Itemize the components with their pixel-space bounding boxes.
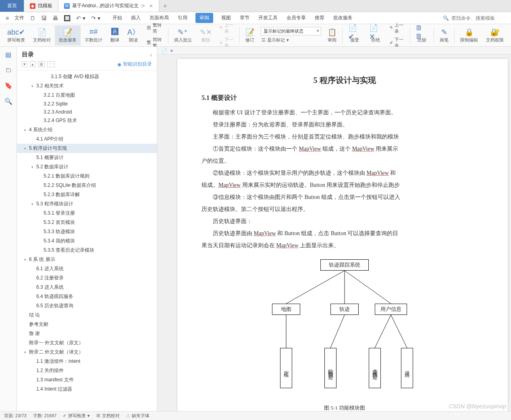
menu-tab-8[interactable]: 会员专享 [286,13,307,23]
prev-revision-button[interactable]: ↰上一条 [388,21,406,35]
prev-comment-button[interactable]: ↰上一条 [218,21,236,35]
toc-item[interactable]: 5.1 概要设计 [17,153,157,162]
delete-button[interactable]: ✎✕删除 [196,25,216,46]
toc-item[interactable]: 1.3 manifest 文件 [17,375,157,385]
ribbon-bookmark-icon[interactable]: 🔖 [4,82,12,89]
review-panel-button[interactable]: 📋审阅 [324,25,341,46]
toc-close-icon[interactable]: ‹ [150,51,152,58]
toc-smart-button[interactable]: ◉智能识别目录 [117,61,152,68]
reject-button[interactable]: 📄✕拒绝 [365,25,386,46]
toc-item[interactable]: 3.2.3 Android [17,108,157,116]
hamburger-icon[interactable]: ≡ [3,13,11,23]
toc-more-button[interactable]: ⋯ [47,61,55,67]
toc-item[interactable]: 1.1 激活组件：intent [17,357,157,366]
toc-item[interactable]: 6.2 注册登录 [17,273,157,283]
insert-comment-button[interactable]: ✎⁺插入批注 [170,25,196,46]
search-input[interactable] [451,15,508,21]
redo-icon[interactable]: ↷ ▾ [89,13,103,23]
show-marks-button[interactable]: ☰显示标记 ▾ [261,36,321,44]
revise-button[interactable]: 📝修订 [241,25,258,46]
command-search[interactable]: 🔍 [443,15,508,21]
toc-item[interactable]: 6.4 轨迹跟踪服务 [17,292,157,301]
menu-tab-4[interactable]: 审阅 [195,13,213,23]
doccheck-button[interactable]: 📄文档校对 [29,25,55,46]
translate-button[interactable]: 🅰翻译 [106,25,123,46]
read-button[interactable]: A》朗读 [123,25,143,46]
toc-item[interactable]: ▾5.2 数据库设计 [17,162,157,172]
missing-font-status[interactable]: ⚠缺失字体 [126,413,150,419]
toc-item[interactable]: 附录一 外文文献（原文） [17,338,157,348]
menu-tab-1[interactable]: 插入 [130,13,141,23]
toc-item[interactable]: ▾附录二 外文文献（译文） [17,348,157,357]
compare-button[interactable]: 🗎🗎比较 [411,25,432,46]
toc-item[interactable]: 参考文献 [17,320,157,329]
toc-item[interactable]: 6.3 进入系统 [17,283,157,292]
toc-item[interactable]: 5.3.3 轨迹模块 [17,227,157,236]
toc-item[interactable]: 3.2.2 Sqlite [17,100,157,108]
trad-to-simp-button[interactable]: 简繁转简 [146,21,164,35]
display-mode-dropdown[interactable]: 显示标记的最终状态 [261,27,321,35]
toc-add-button[interactable]: ⊞ [38,61,45,67]
toc-item[interactable]: 致 谢 [17,329,157,338]
toc-item[interactable]: 5.2.1 数据库设计规则 [17,172,157,181]
toc-item[interactable]: 5.2.2 SQLite 数据库介绍 [17,181,157,190]
restrict-edit-button[interactable]: 🔒限制编辑 [456,25,482,46]
toc-item[interactable]: ▾6 系 统 展示 [17,255,157,264]
toc-item-label: 3.2.1 百度地图 [44,92,75,99]
tab-add-button[interactable]: + [159,0,171,12]
toc-item[interactable]: 6.5 历史轨迹查询 [17,301,157,310]
toc-item[interactable]: 3.2.1 百度地图 [17,91,157,100]
tab-document[interactable]: W 基于Androi...的设计与实现论文 ⟳ ✕ [58,0,159,12]
save-icon[interactable]: 🖫 [39,13,49,23]
tab-template[interactable]: ◆ 找模板 [24,0,58,12]
toc-item[interactable]: 5.3.2 首页模块 [17,218,157,227]
toc-item[interactable]: ▾4 系统介绍 [17,125,157,134]
correction-button[interactable]: 📝批改服务 [55,25,81,46]
toc-item[interactable]: 结 论 [17,310,157,320]
tab-home[interactable]: 首页 [0,0,24,12]
undo-icon[interactable]: ↶ ▾ [74,13,88,23]
pen-button[interactable]: ✎画笔 [436,25,453,46]
spellcheck-status[interactable]: ✔拼写检查 ▾ [63,413,90,419]
toc-expand-button[interactable]: ▴ [30,61,35,67]
toc-body[interactable]: 3.1.5 创建 AVD 模拟器▾3.2 相关技术3.2.1 百度地图3.2.2… [17,70,157,411]
toc-item[interactable]: 5.3.5 查看历史记录模块 [17,246,157,255]
toc-item[interactable]: 5.3.1 登录注册 [17,209,157,218]
preview-icon[interactable]: 🔲 [61,13,73,23]
tab-close-icon[interactable]: ✕ [149,3,153,9]
page-status[interactable]: 页面: 23/73 [4,413,27,419]
toc-item[interactable]: 5.3.4 我的模块 [17,236,157,246]
menu-tab-6[interactable]: 章节 [239,13,250,23]
wordcount-button[interactable]: ≡#字数统计 [81,25,106,46]
menu-tab-0[interactable]: 开始 [112,13,123,23]
menu-tab-10[interactable]: 批改服务 [332,13,353,23]
toc-item[interactable]: 4.1 APP介绍 [17,134,157,144]
toc-item[interactable]: 1.4 Intent 过滤器 [17,385,157,394]
ruler-dropdown-icon[interactable]: ▾ [170,48,173,54]
section-icon[interactable]: 📄 [161,48,167,54]
new-icon[interactable]: 🗋 [27,13,38,23]
search-rail-icon[interactable]: 🔍 [4,97,12,105]
outline-icon[interactable]: ▤ [5,51,11,58]
print-icon[interactable]: 🖶 [50,13,60,23]
toc-item[interactable]: 5.2.3 数据库详解 [17,190,157,199]
menu-tab-3[interactable]: 引用 [177,13,188,23]
toc-item[interactable]: ▾3.2 相关技术 [17,81,157,91]
menu-tab-7[interactable]: 开发工具 [258,13,278,23]
document-area[interactable]: 📄 ▾ 5 程序设计与实现 5.1 概要设计 根据需求 UI 设计了登录注册界面… [157,47,511,411]
bookmark-rail-icon[interactable]: 🗀 [5,66,12,74]
proof-status[interactable]: ☒文档校对 [96,413,120,419]
file-menu[interactable]: 文件 [12,13,27,23]
spellcheck-button[interactable]: abc✔拼写检查 [3,25,29,46]
word-count-status[interactable]: 字数: 21697 [33,413,57,419]
toc-item[interactable]: 6.1 进入系统 [17,264,157,273]
toc-item[interactable]: ▾5 程序设计与实现 [17,144,157,153]
menu-tab-9[interactable]: 推荐 [314,13,325,23]
toc-item[interactable]: 3.2.4 GPS 技术 [17,116,157,125]
toc-item[interactable]: 1.2 关闭组件 [17,366,157,375]
accept-button[interactable]: 📄✔接受 [344,25,365,46]
toc-item[interactable]: 3.1.5 创建 AVD 模拟器 [17,72,157,81]
toc-collapse-button[interactable]: ▾ [22,61,27,67]
doc-permission-button[interactable]: 🔐文档权限 [482,25,508,46]
toc-item[interactable]: ▾5.3 程序模块设计 [17,199,157,209]
